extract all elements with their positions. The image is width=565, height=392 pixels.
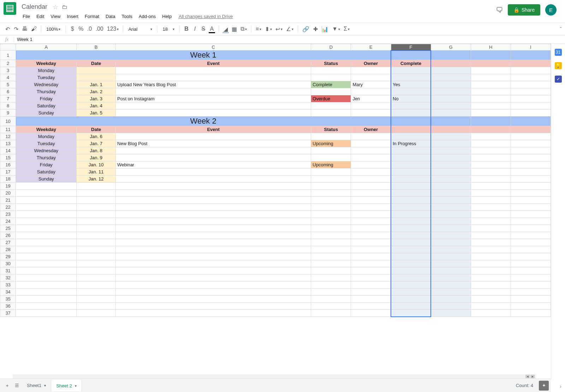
cell[interactable] (511, 296, 551, 303)
cell[interactable]: Jan. 3 (77, 95, 116, 102)
cell[interactable] (431, 246, 471, 253)
cell[interactable] (16, 260, 77, 267)
cell[interactable] (311, 253, 351, 260)
cell[interactable] (77, 67, 116, 74)
cell[interactable] (511, 303, 551, 310)
menu-view[interactable]: View (48, 12, 63, 20)
row-header[interactable]: 21 (0, 197, 16, 204)
scroll-right-button[interactable]: ▸ (530, 375, 535, 378)
row-header[interactable]: 22 (0, 204, 16, 211)
col-header-H[interactable]: H (471, 44, 511, 51)
cell[interactable] (311, 133, 351, 140)
merge-button[interactable]: ⧉▾ (239, 24, 248, 34)
cell[interactable]: Jan. 4 (77, 102, 116, 109)
cell[interactable] (431, 81, 471, 88)
h-align-button[interactable]: ≡▾ (254, 24, 263, 34)
cell[interactable] (116, 267, 311, 274)
cell[interactable] (431, 95, 471, 102)
row-header[interactable]: 24 (0, 218, 16, 225)
cell[interactable] (311, 88, 351, 95)
cell[interactable] (77, 267, 116, 274)
keep-addon-icon[interactable]: 💡 (555, 62, 562, 69)
menu-add-ons[interactable]: Add-ons (136, 12, 159, 20)
cell[interactable] (431, 190, 471, 197)
col-header-F[interactable]: F (391, 44, 431, 51)
print-button[interactable]: 🖶 (20, 24, 29, 34)
row-header[interactable]: 11 (0, 126, 16, 133)
cell[interactable] (431, 88, 471, 95)
save-status[interactable]: All changes saved in Drive (179, 14, 233, 19)
col-header-B[interactable]: B (77, 44, 116, 51)
cell[interactable] (351, 154, 391, 161)
column-header-cell[interactable]: Weekday (16, 60, 77, 67)
cell[interactable] (471, 303, 511, 310)
row-header[interactable]: 20 (0, 190, 16, 197)
cell[interactable] (511, 253, 551, 260)
cell[interactable] (351, 133, 391, 140)
cell[interactable] (311, 289, 351, 296)
row-header[interactable]: 1 (0, 51, 16, 60)
cell[interactable] (351, 246, 391, 253)
cell[interactable] (351, 274, 391, 281)
cell[interactable] (16, 281, 77, 289)
cell[interactable] (77, 183, 116, 190)
cell[interactable] (431, 60, 471, 67)
cell[interactable] (16, 183, 77, 190)
cell[interactable] (116, 183, 311, 190)
cell[interactable]: Tuesday (16, 74, 77, 81)
cell[interactable] (351, 197, 391, 204)
cell[interactable] (471, 253, 511, 260)
row-header[interactable]: 10 (0, 117, 16, 126)
cell[interactable] (391, 267, 431, 274)
menu-help[interactable]: Help (159, 12, 174, 20)
cell[interactable] (431, 211, 471, 218)
filter-button[interactable]: ▼▾ (331, 24, 341, 34)
cell[interactable] (471, 81, 511, 88)
cell[interactable] (16, 204, 77, 211)
cell[interactable] (391, 147, 431, 154)
cell[interactable] (431, 253, 471, 260)
cell[interactable] (311, 176, 351, 183)
cell[interactable] (431, 232, 471, 239)
cell[interactable] (511, 161, 551, 168)
menu-insert[interactable]: Insert (64, 12, 81, 20)
cell[interactable] (116, 168, 311, 176)
cell[interactable]: Overdue (311, 95, 351, 102)
link-button[interactable]: 🔗 (301, 24, 311, 34)
cell[interactable] (391, 289, 431, 296)
cell[interactable] (77, 232, 116, 239)
cell[interactable]: Webinar (116, 161, 311, 168)
tasks-addon-icon[interactable]: ✓ (555, 76, 562, 83)
cell[interactable]: Thursday (16, 154, 77, 161)
cell[interactable]: Yes (391, 81, 431, 88)
cell[interactable] (471, 281, 511, 289)
cell[interactable] (471, 274, 511, 281)
cell[interactable] (471, 60, 511, 67)
chart-button[interactable]: 📊 (320, 24, 330, 34)
cell[interactable] (77, 310, 116, 317)
font-select[interactable]: Arial▾ (126, 26, 154, 32)
cell[interactable] (511, 147, 551, 154)
text-color-button[interactable]: A (208, 24, 216, 34)
cell[interactable] (511, 102, 551, 109)
row-header[interactable]: 8 (0, 102, 16, 109)
row-header[interactable]: 7 (0, 95, 16, 102)
cell[interactable] (351, 267, 391, 274)
column-header-cell[interactable]: Status (311, 60, 351, 67)
cell[interactable] (311, 225, 351, 232)
cell[interactable]: Jan. 1 (77, 81, 116, 88)
cell[interactable]: Sunday (16, 176, 77, 183)
cell[interactable] (311, 310, 351, 317)
cell[interactable] (431, 147, 471, 154)
cell[interactable] (471, 211, 511, 218)
cell[interactable] (471, 95, 511, 102)
cell[interactable] (16, 310, 77, 317)
cell[interactable]: Complete (311, 81, 351, 88)
cell[interactable] (431, 296, 471, 303)
cell[interactable] (116, 190, 311, 197)
row-header[interactable]: 13 (0, 140, 16, 147)
move-folder-icon[interactable]: 🗀 (62, 4, 67, 10)
col-header-D[interactable]: D (311, 44, 351, 51)
column-header-cell[interactable]: Weekday (16, 126, 77, 133)
cell[interactable] (351, 67, 391, 74)
